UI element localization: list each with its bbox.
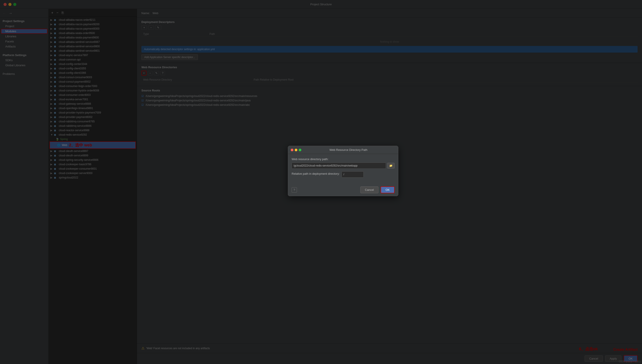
modal-max-button[interactable] [299, 149, 301, 151]
modal-ok-button[interactable]: OK [381, 186, 394, 193]
modal-relative-row: Relative path in deployment directory: [292, 172, 394, 178]
modal-help-button[interactable]: ? [292, 187, 297, 192]
modal-path-input[interactable] [292, 162, 386, 169]
modal-path-label: Web resource directory path: [292, 158, 394, 161]
modal-relative-input[interactable] [342, 172, 364, 178]
web-resource-dialog: Web Resource Directory Path Web resource… [288, 146, 398, 196]
modal-titlebar: Web Resource Directory Path [288, 146, 398, 154]
modal-title-buttons [291, 149, 301, 151]
modal-overlay: Web Resource Directory Path Web resource… [0, 0, 642, 364]
modal-relative-label: Relative path in deployment directory: [292, 172, 340, 175]
modal-min-button[interactable] [295, 149, 297, 151]
modal-cancel-button[interactable]: Cancel [360, 186, 378, 193]
modal-body: Web resource directory path: 📁 Relative … [288, 154, 398, 185]
modal-footer: ? Cancel OK [288, 185, 398, 196]
modal-input-row: 📁 [292, 162, 394, 169]
modal-title: Web Resource Directory Path [301, 148, 396, 152]
modal-close-button[interactable] [291, 149, 294, 151]
modal-browse-button[interactable]: 📁 [387, 163, 394, 168]
modal-footer-buttons: Cancel OK [360, 186, 394, 193]
